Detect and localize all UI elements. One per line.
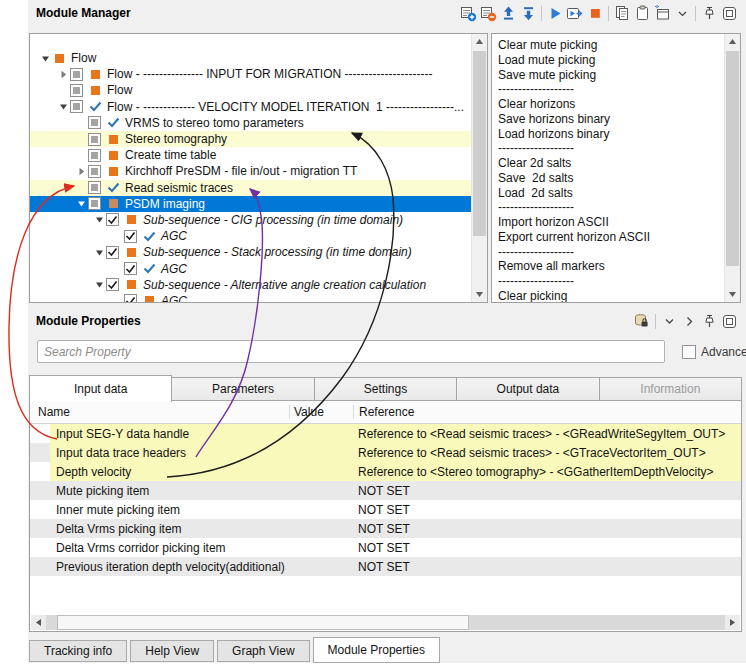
- column-header-value[interactable]: Value: [289, 405, 353, 419]
- new-window-dropdown-button[interactable]: [672, 4, 692, 24]
- chevron-right-button[interactable]: [679, 312, 699, 332]
- copy-button[interactable]: [612, 4, 632, 24]
- tree-item[interactable]: Flow - --------------- INPUT FOR MIGRATI…: [30, 66, 472, 82]
- tree-item[interactable]: AGC: [30, 228, 472, 244]
- expander-icon[interactable]: [92, 280, 106, 289]
- h-scrollbar[interactable]: [31, 615, 740, 630]
- expander-icon[interactable]: [74, 199, 88, 208]
- tree-item[interactable]: AGC: [30, 260, 472, 276]
- tree-item-checkbox[interactable]: [124, 230, 137, 243]
- command-item[interactable]: Import horizon ASCII: [492, 215, 725, 230]
- property-row[interactable]: Depth velocityReference to <Stereo tomog…: [30, 462, 741, 481]
- tree-item-checkbox[interactable]: [70, 100, 83, 113]
- pin-button[interactable]: [699, 312, 719, 332]
- property-row[interactable]: Previous iteration depth velocity(additi…: [30, 557, 741, 576]
- expander-icon[interactable]: [92, 248, 106, 257]
- tree-scrollbar[interactable]: [471, 34, 487, 302]
- property-row[interactable]: Delta Vrms picking itemNOT SET: [30, 519, 741, 538]
- tree-item[interactable]: Read seismic traces: [30, 180, 472, 196]
- expander-icon[interactable]: [38, 54, 52, 63]
- tree-item-checkbox[interactable]: [88, 116, 101, 129]
- tree-item-checkbox[interactable]: [70, 68, 83, 81]
- commands-scrollbar[interactable]: [724, 34, 740, 302]
- run-flow-button[interactable]: [565, 4, 585, 24]
- tab-output-data[interactable]: Output data: [456, 377, 599, 401]
- float-button[interactable]: [719, 312, 739, 332]
- command-item[interactable]: Load horizons binary: [492, 127, 725, 142]
- tree-item[interactable]: Flow: [30, 82, 472, 98]
- property-row[interactable]: Input data trace headersReference to <Re…: [30, 443, 741, 462]
- tree-item-checkbox[interactable]: [70, 84, 83, 97]
- tree-item-checkbox[interactable]: [106, 278, 119, 291]
- command-item[interactable]: Save horizons binary: [492, 112, 725, 127]
- command-item[interactable]: Clear 2d salts: [492, 156, 725, 171]
- stop-button[interactable]: [585, 4, 605, 24]
- tree-item[interactable]: Create time table: [30, 147, 472, 163]
- tree-item-checkbox[interactable]: [106, 213, 119, 226]
- command-item[interactable]: Export current horizon ASCII: [492, 230, 725, 245]
- command-item[interactable]: Remove all markers: [492, 259, 725, 274]
- tree-item-checkbox[interactable]: [88, 149, 101, 162]
- command-item[interactable]: Clear mute picking: [492, 38, 725, 53]
- float-button[interactable]: [719, 4, 739, 24]
- dock-tab-help-view[interactable]: Help View: [130, 640, 214, 662]
- expander-icon[interactable]: [92, 215, 106, 224]
- column-header-reference[interactable]: Reference: [353, 405, 741, 419]
- scroll-left-icon[interactable]: [31, 615, 46, 630]
- expander-icon[interactable]: [56, 70, 70, 79]
- database-lock-button[interactable]: [632, 312, 652, 332]
- property-row[interactable]: Input SEG-Y data handleReference to <Rea…: [30, 424, 741, 443]
- tab-settings[interactable]: Settings: [314, 377, 457, 401]
- dock-tab-tracking-info[interactable]: Tracking info: [29, 640, 127, 662]
- move-up-button[interactable]: [498, 4, 518, 24]
- paste-button[interactable]: [632, 4, 652, 24]
- add-module-button[interactable]: [458, 4, 478, 24]
- tree-item-checkbox[interactable]: [106, 246, 119, 259]
- scroll-right-icon[interactable]: [725, 615, 740, 630]
- move-down-button[interactable]: [518, 4, 538, 24]
- scroll-up-icon[interactable]: [472, 34, 487, 49]
- run-button[interactable]: [545, 4, 565, 24]
- property-row[interactable]: Delta Vrms corridor picking itemNOT SET: [30, 538, 741, 557]
- tree-item[interactable]: VRMS to stereo tomo parameters: [30, 115, 472, 131]
- tree-item-checkbox[interactable]: [88, 133, 101, 146]
- expander-icon[interactable]: [74, 167, 88, 176]
- scroll-up-icon[interactable]: [725, 34, 740, 49]
- tree-item-checkbox[interactable]: [88, 197, 101, 210]
- command-item[interactable]: Save 2d salts: [492, 171, 725, 186]
- command-item[interactable]: Clear picking: [492, 289, 725, 302]
- pin-button[interactable]: [699, 4, 719, 24]
- new-window-button[interactable]: [652, 4, 672, 24]
- expander-icon[interactable]: [56, 102, 70, 111]
- command-item[interactable]: Load 2d salts: [492, 186, 725, 201]
- advanced-checkbox[interactable]: [682, 345, 696, 359]
- tree-item-checkbox[interactable]: [124, 262, 137, 275]
- column-header-name[interactable]: Name: [30, 405, 289, 419]
- tree-item[interactable]: Flow - ------------- VELOCITY MODEL ITER…: [30, 99, 472, 115]
- commands-scrollbar-thumb[interactable]: [726, 51, 739, 266]
- tree-item[interactable]: PSDM imaging: [30, 196, 472, 212]
- tree-item[interactable]: Sub-sequence - Alternative angle creatio…: [30, 277, 472, 293]
- tree-item[interactable]: Kirchhoff PreSDM - file in/out - migrati…: [30, 163, 472, 179]
- tree-item[interactable]: Stereo tomography: [30, 131, 472, 147]
- tree-item-checkbox[interactable]: [88, 181, 101, 194]
- tab-parameters[interactable]: Parameters: [171, 377, 314, 401]
- tab-input-data[interactable]: Input data: [29, 375, 172, 402]
- tree-item[interactable]: AGC: [30, 293, 472, 302]
- h-scrollbar-thumb[interactable]: [57, 615, 469, 630]
- tree-item-checkbox[interactable]: [88, 165, 101, 178]
- property-row[interactable]: Inner mute picking itemNOT SET: [30, 500, 741, 519]
- property-row[interactable]: Mute picking itemNOT SET: [30, 481, 741, 500]
- command-item[interactable]: Clear horizons: [492, 97, 725, 112]
- tree-item[interactable]: Flow: [30, 50, 472, 66]
- tree-item[interactable]: Sub-sequence - CIG processing (in time d…: [30, 212, 472, 228]
- dock-tab-graph-view[interactable]: Graph View: [217, 640, 309, 662]
- search-input[interactable]: [37, 340, 665, 363]
- chevron-down-button[interactable]: [659, 312, 679, 332]
- tree-item-checkbox[interactable]: [124, 294, 137, 302]
- remove-module-button[interactable]: [478, 4, 498, 24]
- dock-tab-module-properties[interactable]: Module Properties: [313, 637, 440, 663]
- tree-scrollbar-thumb[interactable]: [473, 51, 486, 236]
- command-item[interactable]: Save mute picking: [492, 68, 725, 83]
- tree-item[interactable]: Sub-sequence - Stack processing (in time…: [30, 244, 472, 260]
